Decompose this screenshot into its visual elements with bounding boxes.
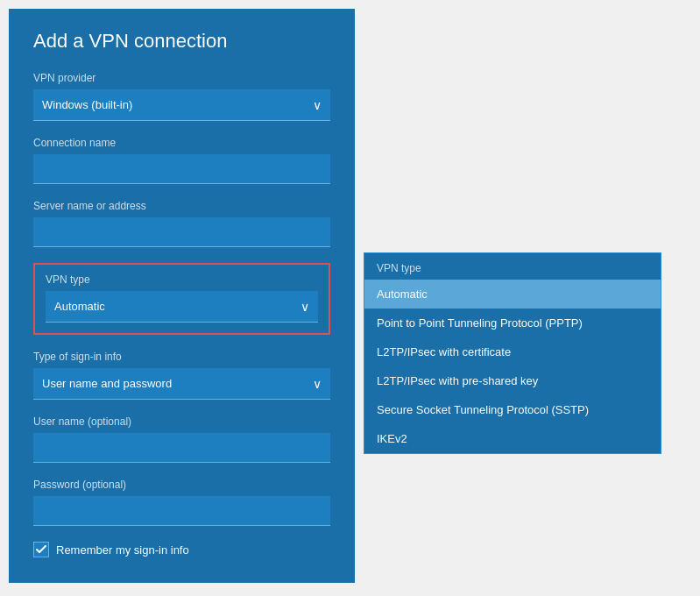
- server-name-group: Server name or address: [33, 200, 330, 247]
- remember-signin-row: Remember my sign-in info: [33, 542, 330, 557]
- dropdown-header: VPN type: [364, 253, 661, 280]
- connection-name-group: Connection name: [33, 137, 330, 184]
- dropdown-item-automatic[interactable]: Automatic: [364, 280, 661, 309]
- vpn-provider-label: VPN provider: [33, 72, 330, 84]
- vpn-provider-select-wrapper: Windows (built-in): [33, 89, 330, 121]
- server-name-input[interactable]: [33, 217, 330, 247]
- vpn-provider-group: VPN provider Windows (built-in): [33, 72, 330, 121]
- checkmark-icon: [36, 544, 46, 555]
- sign-in-select[interactable]: User name and password: [33, 368, 330, 400]
- dropdown-item-ikev2[interactable]: IKEv2: [364, 424, 661, 453]
- connection-name-input[interactable]: [33, 154, 330, 184]
- panel-title: Add a VPN connection: [33, 30, 330, 53]
- dropdown-item-l2tp-psk[interactable]: L2TP/IPsec with pre-shared key: [364, 366, 661, 395]
- server-name-label: Server name or address: [33, 200, 330, 212]
- vpn-type-group: VPN type Automatic: [33, 263, 330, 335]
- vpn-type-label: VPN type: [46, 273, 318, 286]
- sign-in-info-label: Type of sign-in info: [33, 351, 330, 363]
- password-label: Password (optional): [33, 479, 330, 491]
- username-label: User name (optional): [33, 415, 330, 428]
- vpn-type-select[interactable]: Automatic: [46, 291, 318, 323]
- remember-label: Remember my sign-in info: [56, 543, 189, 557]
- remember-checkbox[interactable]: [33, 542, 49, 557]
- username-group: User name (optional): [33, 415, 330, 463]
- vpn-type-select-wrapper: Automatic: [46, 291, 318, 323]
- username-input[interactable]: [33, 433, 330, 463]
- connection-name-label: Connection name: [33, 137, 330, 149]
- dropdown-item-pptp[interactable]: Point to Point Tunneling Protocol (PPTP): [364, 309, 661, 337]
- password-group: Password (optional): [33, 479, 330, 526]
- sign-in-select-wrapper: User name and password: [33, 368, 330, 400]
- dropdown-item-l2tp-cert[interactable]: L2TP/IPsec with certificate: [364, 337, 661, 366]
- vpn-provider-select[interactable]: Windows (built-in): [33, 89, 330, 121]
- dropdown-item-sstp[interactable]: Secure Socket Tunneling Protocol (SSTP): [364, 395, 661, 424]
- vpn-panel: Add a VPN connection VPN provider Window…: [9, 9, 355, 583]
- sign-in-info-group: Type of sign-in info User name and passw…: [33, 351, 330, 400]
- vpn-type-dropdown: VPN type Automatic Point to Point Tunnel…: [364, 252, 661, 454]
- password-input[interactable]: [33, 496, 330, 526]
